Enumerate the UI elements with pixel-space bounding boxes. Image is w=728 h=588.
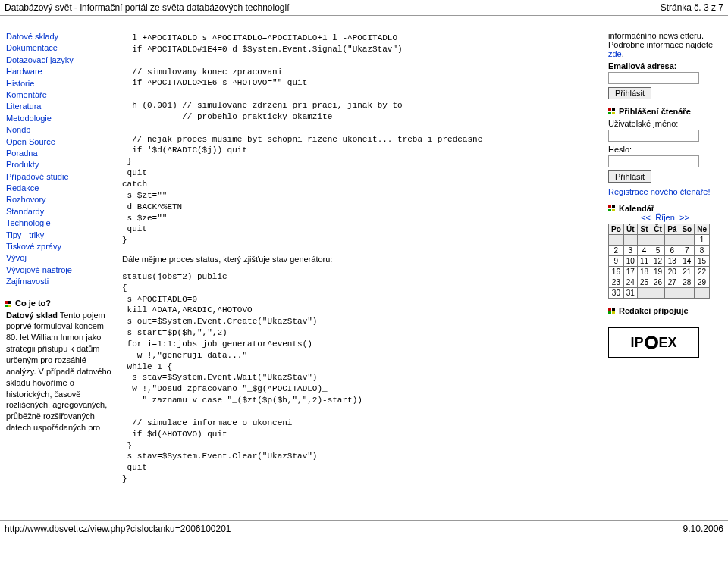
nav-link[interactable]: Technologie bbox=[6, 217, 116, 229]
calendar-day[interactable]: 9 bbox=[609, 256, 624, 267]
calendar-day-header: Ne bbox=[695, 224, 710, 235]
calendar-day[interactable]: 6 bbox=[665, 246, 679, 256]
calendar-day[interactable]: 5 bbox=[651, 246, 665, 256]
calendar-day[interactable]: 29 bbox=[695, 277, 710, 288]
calendar-day-header: St bbox=[637, 224, 651, 235]
calendar-day bbox=[637, 288, 651, 299]
calendar-day[interactable]: 27 bbox=[665, 277, 679, 288]
what-is-it-body: Datový sklad Tento pojem poprvé formulov… bbox=[6, 310, 116, 433]
calendar-day[interactable]: 31 bbox=[623, 288, 637, 299]
nav-link[interactable]: Komentáře bbox=[6, 89, 116, 101]
calendar-day[interactable]: 26 bbox=[651, 277, 665, 288]
footer-url: http://www.dbsvet.cz/view.php?cisloclank… bbox=[5, 524, 231, 534]
calendar-day bbox=[651, 288, 665, 299]
calendar-day[interactable]: 23 bbox=[609, 277, 624, 288]
username-input[interactable] bbox=[608, 130, 699, 142]
nav-link[interactable]: Nondb bbox=[6, 124, 116, 136]
calendar-day[interactable]: 28 bbox=[679, 277, 695, 288]
username-label: Uživatelské jméno: bbox=[608, 119, 722, 128]
calendar-day[interactable]: 14 bbox=[679, 256, 695, 267]
nav-link[interactable]: Historie bbox=[6, 78, 116, 89]
nav-link[interactable]: Tipy - triky bbox=[6, 230, 116, 241]
page-indicator: Stránka č. 3 z 7 bbox=[661, 2, 723, 13]
calendar-day[interactable]: 12 bbox=[651, 256, 665, 267]
calendar-day[interactable]: 16 bbox=[609, 267, 624, 277]
readers-login-heading: Přihlášení čtenáře bbox=[608, 107, 722, 116]
calendar-day-header: Po bbox=[609, 224, 624, 235]
calendar-heading: Kalendář bbox=[608, 204, 722, 213]
bullet-icon bbox=[608, 205, 616, 211]
calendar-day[interactable]: 4 bbox=[637, 246, 651, 256]
sponsor-heading: Redakci připojuje bbox=[608, 306, 722, 315]
calendar-day[interactable]: 18 bbox=[637, 267, 651, 277]
calendar-prev[interactable]: << bbox=[641, 213, 651, 222]
calendar-day-header: Pá bbox=[665, 224, 679, 235]
footer-date: 9.10.2006 bbox=[683, 524, 723, 534]
calendar-day bbox=[651, 235, 665, 246]
calendar-day[interactable]: 25 bbox=[637, 277, 651, 288]
calendar-day[interactable]: 20 bbox=[665, 267, 679, 277]
calendar-next[interactable]: >> bbox=[679, 213, 689, 222]
nav-link[interactable]: Redakce bbox=[6, 183, 116, 194]
nav-link[interactable]: Zajímavosti bbox=[6, 276, 116, 287]
nav-link[interactable]: Hardware bbox=[6, 66, 116, 77]
nav-link[interactable]: Vývoj bbox=[6, 252, 116, 264]
calendar-day bbox=[679, 235, 695, 246]
newsletter-intro: informačního newsletteru. Podrobné infor… bbox=[608, 31, 713, 49]
nav-link[interactable]: Produkty bbox=[6, 159, 116, 170]
nav-link[interactable]: Metodologie bbox=[6, 113, 116, 124]
nav-link[interactable]: Rozhovory bbox=[6, 194, 116, 205]
page-header: Databázový svět - informační portál ze s… bbox=[0, 0, 728, 16]
nav-link[interactable]: Dotazovací jazyky bbox=[6, 55, 116, 66]
what-is-it-term: Datový sklad bbox=[6, 311, 58, 320]
calendar-day[interactable]: 10 bbox=[623, 256, 637, 267]
site-nav: Datové skladyDokumentaceDotazovací jazyk… bbox=[6, 31, 116, 288]
calendar-day[interactable]: 15 bbox=[695, 256, 710, 267]
nav-link[interactable]: Dokumentace bbox=[6, 42, 116, 54]
calendar-day[interactable]: 2 bbox=[609, 246, 624, 256]
password-label: Heslo: bbox=[608, 145, 722, 154]
nav-link[interactable]: Případové studie bbox=[6, 171, 116, 183]
calendar-day-header: Čt bbox=[651, 224, 665, 235]
sidebar-left: Datové skladyDokumentaceDotazovací jazyk… bbox=[6, 31, 116, 493]
newsletter-info-link[interactable]: zde bbox=[608, 49, 622, 58]
calendar-month[interactable]: Říjen bbox=[655, 213, 675, 222]
sponsor-text-left: IP bbox=[630, 335, 643, 351]
calendar-day[interactable]: 1 bbox=[695, 235, 710, 246]
nav-link[interactable]: Literatura bbox=[6, 101, 116, 112]
calendar-day[interactable]: 30 bbox=[609, 288, 624, 299]
calendar-day[interactable]: 22 bbox=[695, 267, 710, 277]
nav-link[interactable]: Vývojové nástroje bbox=[6, 264, 116, 276]
email-input[interactable] bbox=[608, 72, 699, 84]
calendar-day[interactable]: 7 bbox=[679, 246, 695, 256]
calendar-title: Kalendář bbox=[619, 204, 654, 213]
sponsor-logo[interactable]: IPEX bbox=[608, 327, 699, 358]
calendar-day[interactable]: 11 bbox=[637, 256, 651, 267]
calendar-day bbox=[609, 235, 624, 246]
calendar-day bbox=[679, 288, 695, 299]
calendar-day[interactable]: 19 bbox=[651, 267, 665, 277]
nav-link[interactable]: Poradna bbox=[6, 148, 116, 159]
calendar-day[interactable]: 17 bbox=[623, 267, 637, 277]
calendar-day[interactable]: 21 bbox=[679, 267, 695, 277]
code-block-2: status(jobs=2) public { s ^POCITADLO=0 k… bbox=[122, 271, 602, 485]
calendar-day bbox=[665, 288, 679, 299]
calendar-day[interactable]: 24 bbox=[623, 277, 637, 288]
calendar-day bbox=[695, 288, 710, 299]
nav-link[interactable]: Datové sklady bbox=[6, 31, 116, 42]
login-button[interactable]: Přihlásit bbox=[608, 170, 651, 183]
calendar-day-header: So bbox=[679, 224, 695, 235]
sidebar-right: informačního newsletteru. Podrobné infor… bbox=[608, 31, 722, 493]
subscribe-button[interactable]: Přihlásit bbox=[608, 87, 651, 99]
register-link[interactable]: Registrace nového čtenáře! bbox=[608, 187, 711, 196]
calendar-day bbox=[637, 235, 651, 246]
calendar-day[interactable]: 3 bbox=[623, 246, 637, 256]
password-input[interactable] bbox=[608, 155, 699, 167]
calendar-day[interactable]: 8 bbox=[695, 246, 710, 256]
bullet-icon bbox=[608, 308, 616, 314]
calendar-day[interactable]: 13 bbox=[665, 256, 679, 267]
email-label: Emailová adresa: bbox=[608, 61, 722, 70]
nav-link[interactable]: Standardy bbox=[6, 206, 116, 217]
nav-link[interactable]: Tiskové zprávy bbox=[6, 241, 116, 252]
nav-link[interactable]: Open Source bbox=[6, 136, 116, 148]
